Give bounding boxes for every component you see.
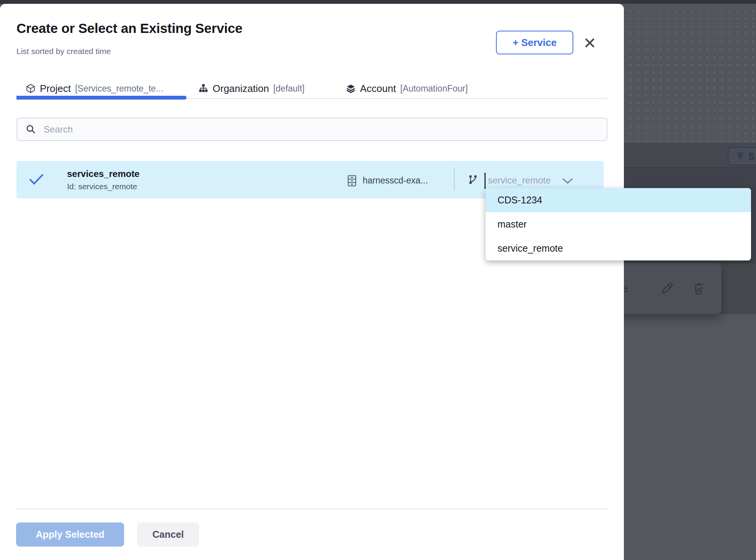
repository-name: harnesscd-exa... (363, 175, 428, 186)
close-icon (583, 36, 596, 49)
cancel-button[interactable]: Cancel (137, 522, 199, 547)
page-title: Create or Select an Existing Service (16, 21, 242, 36)
cube-icon (26, 84, 36, 93)
layers-icon (346, 84, 356, 93)
tab-organization[interactable]: Organization [default] (198, 79, 304, 98)
upload-icon (735, 151, 745, 161)
text-cursor (484, 173, 486, 189)
branch-input-placeholder: service_remote (488, 175, 551, 186)
tab-organization-label: Organization (213, 83, 269, 95)
branch-dropdown-menu: CDS-1234 master service_remote (486, 188, 751, 260)
tab-project[interactable]: Project [Services_remote_te... (26, 79, 163, 98)
repository-icon (347, 175, 357, 187)
git-branch-icon (468, 174, 478, 185)
active-tab-underline (16, 96, 187, 100)
branch-option[interactable]: master (486, 212, 751, 236)
service-name: services_remote (67, 169, 139, 179)
tab-project-context: [Services_remote_te... (75, 84, 163, 94)
subtitle: List sorted by created time (16, 47, 111, 56)
search-input[interactable] (43, 124, 607, 135)
check-icon (29, 173, 44, 185)
branch-option[interactable]: CDS-1234 (486, 188, 751, 212)
tab-account[interactable]: Account [AutomationFour] (346, 79, 468, 98)
chevron-down-icon[interactable] (562, 178, 573, 184)
row-divider (454, 169, 455, 191)
tab-account-label: Account (360, 83, 396, 95)
service-id: Id: services_remote (67, 182, 137, 191)
search-icon (26, 124, 36, 134)
footer-divider (16, 509, 607, 509)
tab-account-context: [AutomationFour] (400, 84, 468, 94)
apply-selected-button[interactable]: Apply Selected (16, 522, 124, 547)
tab-organization-context: [default] (273, 84, 304, 94)
edit-icon (660, 282, 674, 295)
apply-selected-label: Apply Selected (36, 529, 104, 540)
org-chart-icon (198, 84, 208, 93)
add-service-button[interactable]: + Service (496, 31, 573, 54)
branch-option[interactable]: service_remote (486, 236, 751, 260)
search-box[interactable] (16, 118, 607, 141)
save-button-label: S (748, 151, 755, 162)
background-lower-panel (624, 314, 756, 560)
close-button[interactable] (581, 34, 599, 52)
background-service-card: e (611, 263, 722, 314)
cancel-label: Cancel (152, 529, 184, 540)
overlay-top-strip (0, 0, 756, 4)
pipeline-canvas-dots (624, 4, 756, 142)
tab-project-label: Project (40, 83, 71, 95)
save-button-partial: S (728, 147, 756, 165)
create-or-select-service-modal: Create or Select an Existing Service Lis… (0, 4, 624, 560)
scope-tabs: Project [Services_remote_te... Organizat… (16, 79, 607, 99)
delete-icon (692, 282, 705, 295)
add-service-label: + Service (513, 37, 557, 49)
